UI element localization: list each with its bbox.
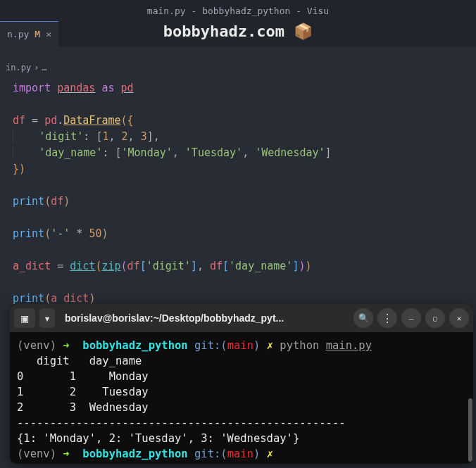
code-line <box>13 274 463 291</box>
terminal-line: 0 1 Monday <box>17 369 466 384</box>
close-icon[interactable]: × <box>46 29 51 39</box>
terminal-header: ▣ ▾ borislav@borislav:~/Desktop/bobbyhad… <box>10 304 473 332</box>
code-line: }) <box>13 161 463 177</box>
new-tab-button[interactable]: ▣ <box>14 308 35 328</box>
tab-main-py[interactable]: n.py M × <box>0 21 58 46</box>
tab-bar: n.py M × <box>0 21 476 46</box>
code-line: print(df) <box>13 194 463 210</box>
terminal-body[interactable]: (venv) ➜ bobbyhadz_python git:(main) ✗ p… <box>10 332 473 464</box>
code-line <box>13 177 463 194</box>
terminal-line: digit day_name <box>17 353 466 369</box>
terminal-line: (venv) ➜ bobbyhadz_python git:(main) ✗ <box>17 446 466 462</box>
code-line: 'digit': [1, 2, 3], <box>13 129 463 145</box>
tab-dropdown-button[interactable]: ▾ <box>39 308 55 328</box>
breadcrumb-file: in.py <box>6 63 31 72</box>
search-icon: 🔍 <box>358 313 369 323</box>
tab-modified-indicator: M <box>35 29 40 39</box>
maximize-icon: ▢ <box>433 315 437 322</box>
code-line <box>13 210 463 226</box>
close-button[interactable]: ✕ <box>449 308 469 328</box>
maximize-button[interactable]: ▢ <box>425 308 445 328</box>
chevron-right-icon: › <box>34 63 39 72</box>
minimize-icon: — <box>409 314 414 323</box>
window-title: main.py - bobbyhadz_python - Visu <box>147 6 329 16</box>
chevron-down-icon: ▾ <box>44 312 51 325</box>
terminal-line: {1: 'Monday', 2: 'Tuesday', 3: 'Wednesda… <box>17 431 466 446</box>
breadcrumb[interactable]: in.py › … <box>0 59 476 76</box>
search-button[interactable]: 🔍 <box>353 308 373 328</box>
code-line <box>13 242 463 258</box>
terminal-line: 2 3 Wednesday <box>17 400 466 415</box>
code-line: import pandas as pd <box>13 80 463 96</box>
terminal-scrollbar[interactable] <box>468 335 472 461</box>
code-line: a_dict = dict(zip(df['digit'], df['day_n… <box>13 258 463 274</box>
code-line: df = pd.DataFrame({ <box>13 113 463 129</box>
menu-icon: ⋮ <box>382 312 393 325</box>
window-title-bar: main.py - bobbyhadz_python - Visu <box>0 0 476 21</box>
terminal-line: 1 2 Tuesday <box>17 384 466 400</box>
terminal-title: borislav@borislav:~/Desktop/bobbyhadz_py… <box>59 312 349 324</box>
menu-button[interactable]: ⋮ <box>377 308 397 328</box>
close-icon: ✕ <box>457 314 462 323</box>
breadcrumb-more: … <box>42 63 46 72</box>
scroll-thumb[interactable] <box>468 398 472 462</box>
terminal-line: ----------------------------------------… <box>17 415 466 431</box>
code-line <box>13 96 463 113</box>
terminal-line: (venv) ➜ bobbyhadz_python git:(main) ✗ p… <box>17 338 466 353</box>
code-editor[interactable]: import pandas as pd df = pd.DataFrame({ … <box>0 76 476 311</box>
tab-filename: n.py <box>7 29 29 39</box>
terminal-window: ▣ ▾ borislav@borislav:~/Desktop/bobbyhad… <box>10 304 473 464</box>
code-line: 'day_name': ['Monday', 'Tuesday', 'Wedne… <box>13 145 463 161</box>
new-tab-icon: ▣ <box>21 312 28 325</box>
minimize-button[interactable]: — <box>401 308 421 328</box>
code-line: print('-' * 50) <box>13 226 463 242</box>
